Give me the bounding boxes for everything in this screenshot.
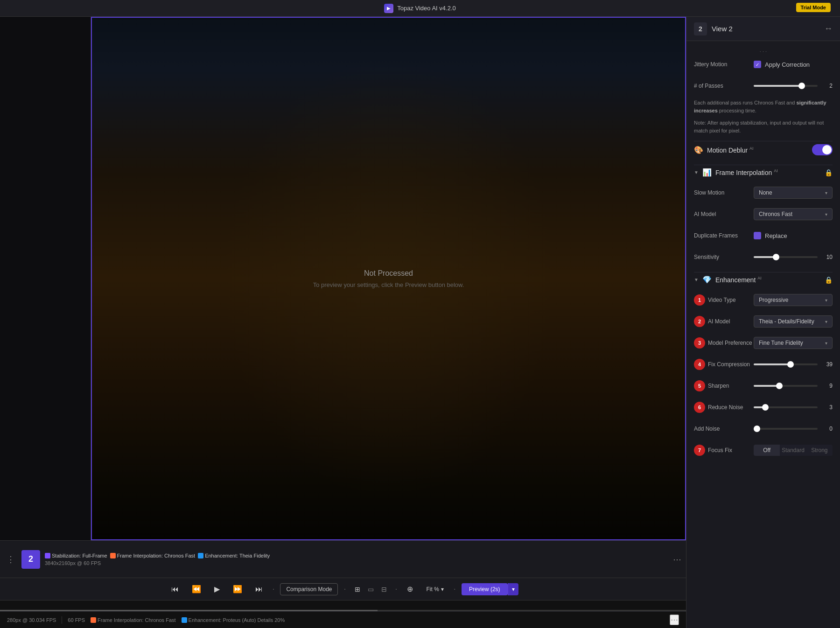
- duplicate-frames-checkbox[interactable]: [754, 232, 761, 239]
- separator-2: ·: [343, 584, 346, 594]
- sharpen-row: 5 Sharpen 9: [694, 377, 833, 394]
- passes-slider-container: 2: [754, 83, 833, 89]
- video-frame: Not Processed To preview your settings, …: [91, 17, 686, 540]
- status-enhancement-tag: Enhancement: Proteus (Auto) Details 20%: [182, 617, 285, 623]
- play-button[interactable]: ▶: [210, 583, 224, 595]
- reduce-noise-thumb[interactable]: [762, 404, 769, 411]
- enhancement-chevron-icon[interactable]: ▼: [694, 277, 699, 282]
- motion-deblur-toggle[interactable]: [812, 144, 833, 155]
- focus-fix-off-button[interactable]: Off: [754, 445, 780, 456]
- video-type-select[interactable]: Progressive ▾: [754, 294, 833, 306]
- enhancement-tag: Enhancement: Theia Fidelity: [198, 553, 270, 558]
- model-pref-label-group: 3 Model Preference: [694, 337, 750, 349]
- slow-motion-select[interactable]: None ▾: [754, 187, 833, 199]
- model-preference-select[interactable]: Fine Tune Fidelity ▾: [754, 337, 833, 349]
- add-noise-row: Add Noise 0: [694, 420, 833, 437]
- duplicate-frames-value: Replace: [765, 232, 787, 239]
- frame-interpolation-chevron-icon[interactable]: ▼: [694, 170, 699, 175]
- passes-info-text: Each additional pass runs Chronos Fast a…: [694, 99, 833, 114]
- topaz-logo-icon: ▶: [384, 4, 393, 13]
- sharpen-thumb[interactable]: [776, 383, 783, 389]
- apply-correction-checkbox[interactable]: ✓: [754, 61, 761, 68]
- preview-button[interactable]: Preview (2s): [462, 583, 508, 595]
- sharpen-fill: [754, 385, 779, 387]
- add-noise-thumb[interactable]: [754, 426, 760, 432]
- enhancement-ai-badge: AI: [757, 276, 762, 280]
- focus-fix-label: Focus Fix: [708, 447, 732, 454]
- right-panel-header: 2 View 2 ↔: [686, 17, 840, 41]
- motion-deblur-toggle-knob: [822, 145, 832, 154]
- not-processed-overlay: Not Processed To preview your settings, …: [313, 269, 464, 288]
- separator-1: ·: [272, 584, 274, 594]
- focus-fix-standard-button[interactable]: Standard: [780, 445, 806, 456]
- passes-slider-track[interactable]: [754, 85, 818, 87]
- enh-ai-model-label-group: 2 AI Model: [694, 316, 750, 327]
- zoom-control[interactable]: Fit % ▾: [422, 584, 448, 595]
- sharpen-value: 9: [821, 383, 833, 389]
- step-1-circle: 1: [694, 294, 705, 306]
- comparison-mode-button[interactable]: Comparison Mode: [280, 583, 338, 595]
- fix-compression-value: 39: [821, 361, 833, 368]
- skip-to-end-button[interactable]: ⏭: [252, 583, 266, 595]
- enhancement-title: Enhancement AI: [715, 276, 821, 284]
- zoom-fit-button[interactable]: ⊕: [403, 583, 417, 595]
- reduce-noise-slider-track[interactable]: [754, 406, 818, 408]
- focus-fix-strong-button[interactable]: Strong: [806, 445, 833, 456]
- skip-to-start-button[interactable]: ⏮: [168, 583, 182, 595]
- status-interpolation-tag: Frame Interpolation: Chronos Fast: [91, 617, 176, 623]
- status-bar: 280px @ 30.034 FPS 60 FPS Frame Interpol…: [0, 611, 686, 628]
- add-noise-value: 0: [821, 426, 833, 432]
- model-preference-label: Model Preference: [708, 340, 752, 346]
- clip-tags: Stabilization: Full-Frame Frame Interpol…: [45, 553, 668, 558]
- sharpen-slider-track[interactable]: [754, 385, 818, 387]
- clip-menu-button[interactable]: ⋮: [5, 552, 17, 566]
- focus-fix-label-group: 7 Focus Fix: [694, 445, 750, 456]
- step-back-button[interactable]: ⏪: [188, 583, 205, 595]
- view-pip-button[interactable]: ⊟: [378, 584, 390, 595]
- fix-compression-slider-track[interactable]: [754, 363, 818, 365]
- fix-compression-thumb[interactable]: [787, 361, 794, 368]
- apply-correction-row: ✓ Apply Correction: [754, 61, 810, 68]
- apply-correction-label[interactable]: Apply Correction: [765, 61, 810, 68]
- sensitivity-slider-track[interactable]: [754, 256, 818, 258]
- step-forward-button[interactable]: ⏩: [229, 583, 246, 595]
- view-single-button[interactable]: ▭: [365, 584, 377, 595]
- preview-dropdown-button[interactable]: ▾: [508, 583, 518, 595]
- view-mode-group: ⊞ ▭ ⊟: [352, 584, 390, 595]
- clip-right-menu-button[interactable]: ⋯: [673, 554, 681, 565]
- fix-compression-row: 4 Fix Compression 39: [694, 356, 833, 373]
- add-noise-slider-track[interactable]: [754, 428, 818, 430]
- interpolation-ai-model-row: AI Model Chronos Fast ▾: [694, 206, 833, 223]
- sharpen-label-group: 5 Sharpen: [694, 380, 750, 391]
- status-menu-button[interactable]: ⋯: [670, 614, 679, 625]
- slow-motion-label: Slow Motion: [694, 189, 750, 196]
- jittery-motion-label: Jittery Motion: [694, 61, 750, 68]
- reduce-noise-row: 6 Reduce Noise 3: [694, 399, 833, 416]
- stabilization-tag: Stabilization: Full-Frame: [45, 553, 107, 558]
- fix-compression-slider-container: 39: [754, 361, 833, 368]
- enhancement-ai-model-row: 2 AI Model Theia - Details/Fidelity ▾: [694, 313, 833, 330]
- duplicate-frames-label: Duplicate Frames: [694, 232, 750, 239]
- controls-bar: ⏮ ⏪ ▶ ⏩ ⏭ · Comparison Mode · ⊞ ▭ ⊟ · ⊕ …: [0, 578, 686, 600]
- settings-scroll-area[interactable]: · · · Jittery Motion ✓ Apply Correction …: [686, 41, 840, 628]
- reduce-noise-value: 3: [821, 404, 833, 411]
- enh-ai-model-label: AI Model: [708, 318, 730, 325]
- right-panel-arrow-icon[interactable]: ↔: [824, 24, 833, 34]
- clip-info-text: Stabilization: Full-Frame Frame Interpol…: [45, 553, 668, 566]
- enh-ai-model-select[interactable]: Theia - Details/Fidelity ▾: [754, 315, 833, 328]
- passes-slider-thumb[interactable]: [798, 83, 805, 89]
- sharpen-slider-container: 9: [754, 383, 833, 389]
- sensitivity-label: Sensitivity: [694, 254, 750, 260]
- zoom-chevron-icon: ▾: [441, 586, 444, 593]
- model-preference-row: 3 Model Preference Fine Tune Fidelity ▾: [694, 335, 833, 351]
- interpolation-ai-model-select[interactable]: Chronos Fast ▾: [754, 208, 833, 220]
- stabilization-tag-icon: [45, 553, 50, 558]
- view-split-button[interactable]: ⊞: [352, 584, 363, 595]
- frame-interpolation-title: Frame Interpolation AI: [715, 168, 821, 176]
- fix-compression-label: Fix Compression: [708, 361, 750, 368]
- frame-interpolation-icon: 📊: [702, 168, 712, 177]
- enhancement-section-header: ▼ 💎 Enhancement AI 🔒: [694, 272, 833, 287]
- sensitivity-slider-thumb[interactable]: [773, 254, 779, 260]
- video-type-row: 1 Video Type Progressive ▾: [694, 292, 833, 308]
- sensitivity-value: 10: [821, 254, 833, 260]
